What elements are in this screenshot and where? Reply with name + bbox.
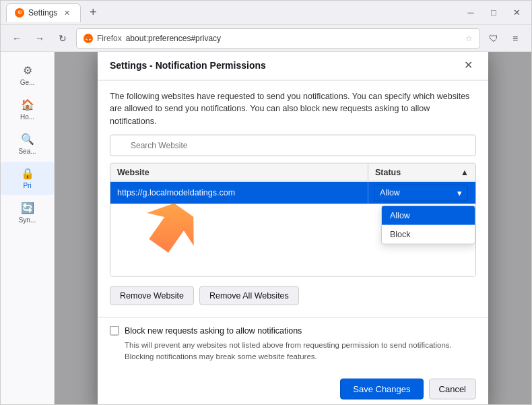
search-wrapper: 🔍 <box>110 134 476 156</box>
remove-all-websites-button[interactable]: Remove All Websites <box>199 286 299 305</box>
reload-button[interactable]: ↻ <box>53 29 72 48</box>
general-icon: ⚙ <box>23 64 32 77</box>
block-description: This will prevent any websites not liste… <box>110 339 476 363</box>
cell-website-url: https://g.localmodeldatings.com <box>110 181 368 204</box>
browser-window: ⚙ Settings ✕ + ─ □ ✕ ← → ↻ 🦊 Firefox abo… <box>0 0 532 405</box>
close-window-button[interactable]: ✕ <box>507 3 526 22</box>
cancel-button[interactable]: Cancel <box>429 379 476 400</box>
tab-favicon-icon: ⚙ <box>15 8 24 18</box>
menu-icon[interactable]: ≡ <box>506 29 525 48</box>
maximize-button[interactable]: □ <box>484 3 503 22</box>
toolbar-icons: 🛡 ≡ <box>484 29 525 48</box>
browser-titlebar: ⚙ Settings ✕ + ─ □ ✕ <box>1 1 531 25</box>
block-section: Block new requests asking to allow notif… <box>98 317 488 372</box>
modal-body: The following websites have requested to… <box>98 80 488 317</box>
table-row[interactable]: https://g.localmodeldatings.com Allow ▾ <box>110 181 475 204</box>
address-url: about:preferences#privacy <box>126 34 221 43</box>
status-dropdown-value: Allow <box>380 188 400 197</box>
search-website-input[interactable] <box>110 134 476 156</box>
tab-close-button[interactable]: ✕ <box>61 7 72 18</box>
block-new-requests-checkbox[interactable] <box>110 325 119 335</box>
sidebar-label-sync: Syn... <box>19 216 36 224</box>
home-icon: 🏠 <box>21 98 34 111</box>
lock-icon: 🔒 <box>21 167 34 180</box>
search-nav-icon: 🔍 <box>21 133 34 146</box>
forward-button[interactable]: → <box>30 29 49 48</box>
modal-title: Settings - Notification Permissions <box>110 59 266 70</box>
table-header: Website Status ▲ <box>110 163 475 181</box>
modal-description: The following websites have requested to… <box>110 90 476 127</box>
sidebar-item-sync[interactable]: 🔄 Syn... <box>1 196 54 229</box>
dropdown-chevron-icon: ▾ <box>457 187 462 197</box>
button-row: Remove Website Remove All Websites <box>110 283 476 307</box>
minimize-button[interactable]: ─ <box>461 3 480 22</box>
modal-header: Settings - Notification Permissions ✕ <box>98 52 488 80</box>
websites-table: Website Status ▲ https://g.localm <box>110 162 476 276</box>
notification-permissions-modal: Settings - Notification Permissions ✕ Th… <box>98 52 488 404</box>
address-brand: Firefox <box>97 34 122 43</box>
sidebar-item-home[interactable]: 🏠 Ho... <box>1 93 54 126</box>
address-bar[interactable]: 🦊 Firefox about:preferences#privacy ☆ <box>76 28 480 49</box>
status-dropdown[interactable]: Allow ▾ <box>374 184 468 201</box>
dropdown-menu: Allow Block <box>381 205 475 244</box>
sidebar-item-privacy[interactable]: 🔒 Pri <box>1 162 54 195</box>
sort-icon: ▲ <box>461 167 469 177</box>
sidebar-item-search[interactable]: 🔍 Sea... <box>1 127 54 160</box>
sidebar-item-general[interactable]: ⚙ Ge... <box>1 59 54 92</box>
dropdown-allow-option[interactable]: Allow <box>382 206 475 224</box>
remove-website-button[interactable]: Remove Website <box>110 286 194 305</box>
tab-title: Settings <box>28 8 57 18</box>
shield-icon[interactable]: 🛡 <box>484 29 503 48</box>
sidebar-label-search: Sea... <box>18 148 36 155</box>
browser-tab[interactable]: ⚙ Settings ✕ <box>6 3 81 22</box>
sidebar-label-home: Ho... <box>20 113 34 121</box>
main-content: Settings - Notification Permissions ✕ Th… <box>55 52 531 404</box>
block-checkbox-row: Block new requests asking to allow notif… <box>110 325 476 335</box>
sidebar: ⚙ Ge... 🏠 Ho... 🔍 Sea... 🔒 Pri 🔄 Syn... <box>1 52 55 404</box>
cell-status: Allow ▾ Allow Block <box>368 181 475 204</box>
save-changes-button[interactable]: Save Changes <box>340 379 423 400</box>
col-status-header: Status ▲ <box>368 163 475 181</box>
new-tab-button[interactable]: + <box>84 3 102 22</box>
sync-icon: 🔄 <box>21 201 34 214</box>
bookmark-icon[interactable]: ☆ <box>465 34 473 43</box>
browser-content: ⚙ Ge... 🏠 Ho... 🔍 Sea... 🔒 Pri 🔄 Syn... <box>1 52 531 404</box>
browser-toolbar: ← → ↻ 🦊 Firefox about:preferences#privac… <box>1 25 531 52</box>
modal-close-button[interactable]: ✕ <box>460 57 476 73</box>
dropdown-block-option[interactable]: Block <box>382 224 475 243</box>
browser-logo-icon: 🦊 <box>84 34 93 43</box>
sidebar-label-privacy: Pri <box>23 182 31 189</box>
table-body: https://g.localmodeldatings.com Allow ▾ <box>110 181 475 276</box>
sidebar-label-general: Ge... <box>20 79 35 86</box>
save-row: Save Changes Cancel <box>98 372 488 404</box>
col-website-header: Website <box>110 163 368 181</box>
back-button[interactable]: ← <box>7 29 26 48</box>
block-checkbox-label[interactable]: Block new requests asking to allow notif… <box>125 325 302 335</box>
